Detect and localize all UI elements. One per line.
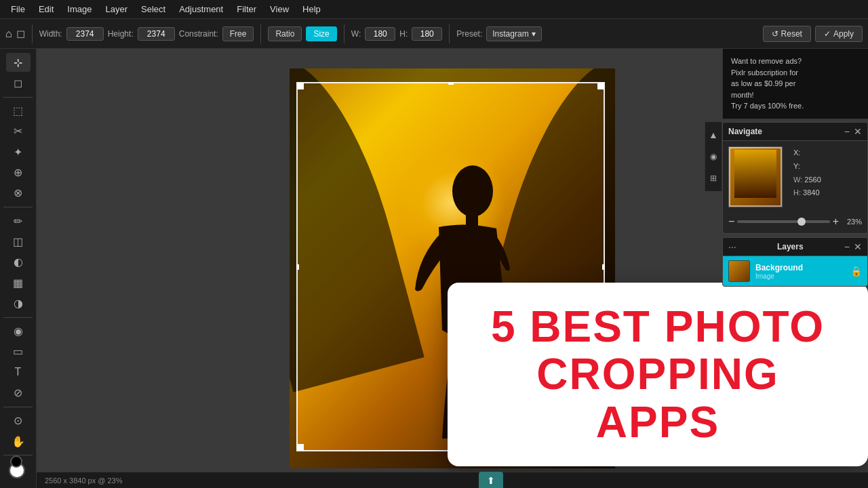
toolbar-separator-4 [449,24,450,43]
preset-label: Preset: [456,29,482,39]
layers-panel: ··· Layers − ✕ Background Image 🔒 [722,237,868,287]
status-bar: 2560 x 3840 px @ 23% ⬆ [37,472,868,488]
ratio-btn[interactable]: Ratio [268,26,302,41]
size-btn[interactable]: Size [306,26,336,41]
overlay-card: 5 BEST PHOTOCROPPING APPS [448,283,868,466]
tool-clone[interactable]: ⊗ [6,184,31,203]
h-value[interactable]: 180 [412,27,442,41]
layers-close-btn[interactable]: ✕ [854,241,862,252]
tool-eraser[interactable]: ◫ [6,232,31,251]
constraint-value[interactable]: Free [222,26,254,41]
tool-separator-4 [3,407,32,407]
zoom-value: 23% [842,218,862,226]
w-value[interactable]: 180 [365,27,395,41]
crop-mask-left [290,82,296,451]
nav-w-info: W: 2560 [793,174,821,187]
navigate-minimize-btn[interactable]: − [844,126,850,137]
menu-help[interactable]: Help [297,3,326,16]
preset-chevron-icon: ▾ [532,29,536,39]
ad-text-line1: Want to remove ads? [731,56,860,67]
layer-item-background[interactable]: Background Image 🔒 [723,256,867,286]
layers-title: Layers [777,242,804,251]
tool-blur[interactable]: ◉ [6,321,31,340]
zoom-minus-btn[interactable]: − [728,216,734,228]
tool-heal[interactable]: ⊕ [6,163,31,182]
tool-brush[interactable]: ✏ [6,211,31,230]
navigate-title: Navigate [728,127,762,136]
apply-button[interactable]: ✓ Apply [815,26,863,42]
tool-move[interactable]: ⊹ [6,53,31,72]
nav-thumbnail [728,146,783,207]
menu-filter[interactable]: Filter [231,3,262,16]
tool-gradient[interactable]: ▦ [6,273,31,292]
menu-layer[interactable]: Layer [100,3,134,16]
tool-shape[interactable]: ▭ [6,342,31,361]
right-tool-strip: ▲ ◉ ⊞ [705,122,722,191]
tool-lasso[interactable]: ⬚ [6,102,31,121]
layer-type: Image [755,272,845,280]
tool-zoom[interactable]: ⊙ [6,411,31,430]
menu-image[interactable]: Image [62,3,97,16]
share-arrow-icon: ⬆ [487,475,495,486]
menu-file[interactable]: File [5,3,31,16]
layer-lock-icon[interactable]: 🔒 [850,266,862,277]
menu-edit[interactable]: Edit [33,3,59,16]
right-tool-grid-icon[interactable]: ⊞ [705,169,722,187]
layers-header: ··· Layers − ✕ [723,238,867,256]
width-value[interactable]: 2374 [66,27,104,41]
color-swatches [6,462,31,484]
tool-eyedropper[interactable]: ⊘ [6,383,31,402]
toolbar-separator-3 [344,24,344,43]
tool-text[interactable]: T [6,363,31,382]
ad-text-line3: as low as $0.99 per [731,78,860,89]
navigate-close-btn[interactable]: ✕ [854,126,862,137]
tool-crop[interactable]: ◻ [6,73,31,92]
navigate-panel: Navigate − ✕ X: Y: W: 2560 H: 3840 [722,122,868,234]
select-tool-icon[interactable]: ◻ [16,27,25,40]
ad-text-line2: Pixlr subscription for [731,67,860,79]
crop-mask-top [290,68,615,82]
menu-bar: File Edit Image Layer Select Adjustment … [0,0,868,19]
layer-name: Background [755,263,845,272]
ad-text-line4: month! [731,89,860,101]
toolbar-separator-2 [260,24,261,43]
nav-info: X: Y: W: 2560 H: 3840 [793,146,821,200]
background-color[interactable] [10,455,22,468]
reset-button[interactable]: ↺ Reset [763,26,811,42]
navigate-header: Navigate − ✕ [723,123,867,141]
menu-view[interactable]: View [264,3,294,16]
height-label: Height: [108,29,134,39]
right-tool-layers-icon[interactable]: ◉ [705,148,722,165]
tool-magic-wand[interactable]: ✦ [6,142,31,161]
preset-value: Instagram [492,29,528,39]
height-value[interactable]: 2374 [138,27,175,41]
toolbar: ⌂ ◻ Width: 2374 Height: 2374 Constraint:… [0,19,868,49]
layers-menu-dots[interactable]: ··· [728,241,736,252]
zoom-slider[interactable] [737,220,829,223]
share-icon[interactable]: ⬆ [479,472,503,489]
zoom-plus-btn[interactable]: + [833,216,839,228]
zoom-row: − + 23% [728,213,862,228]
tool-separator-3 [3,317,32,318]
tool-hand[interactable]: ✋ [6,432,31,451]
apply-checkmark-icon: ✓ [824,29,831,39]
width-label: Width: [39,29,62,39]
tool-paint-bucket[interactable]: ◐ [6,253,31,272]
home-icon[interactable]: ⌂ [5,28,12,40]
menu-select[interactable]: Select [136,3,171,16]
layers-minimize-btn[interactable]: − [844,241,850,252]
bottom-center-area: ⬆ [479,472,503,489]
main-area: ⊹ ◻ ⬚ ✂ ✦ ⊕ ⊗ ✏ ◫ ◐ ▦ ◑ ◉ ▭ T ⊘ ⊙ ✋ [0,49,868,488]
tool-cut[interactable]: ✂ [6,122,31,141]
ad-text-line5: Try 7 days 100% free. [731,100,860,112]
preset-dropdown[interactable]: Instagram ▾ [486,26,541,41]
navigate-body: X: Y: W: 2560 H: 3840 − + 23% [723,141,867,233]
menu-adjustment[interactable]: Adjustment [174,3,229,16]
right-tool-arrow[interactable]: ▲ [705,126,722,144]
tool-separator-2 [3,207,32,207]
left-tool-panel: ⊹ ◻ ⬚ ✂ ✦ ⊕ ⊗ ✏ ◫ ◐ ▦ ◑ ◉ ▭ T ⊘ ⊙ ✋ [0,49,37,488]
layer-info: Background Image [755,263,845,280]
tool-dodge[interactable]: ◑ [6,293,31,312]
svg-point-0 [452,165,493,217]
zoom-thumb[interactable] [797,218,806,226]
